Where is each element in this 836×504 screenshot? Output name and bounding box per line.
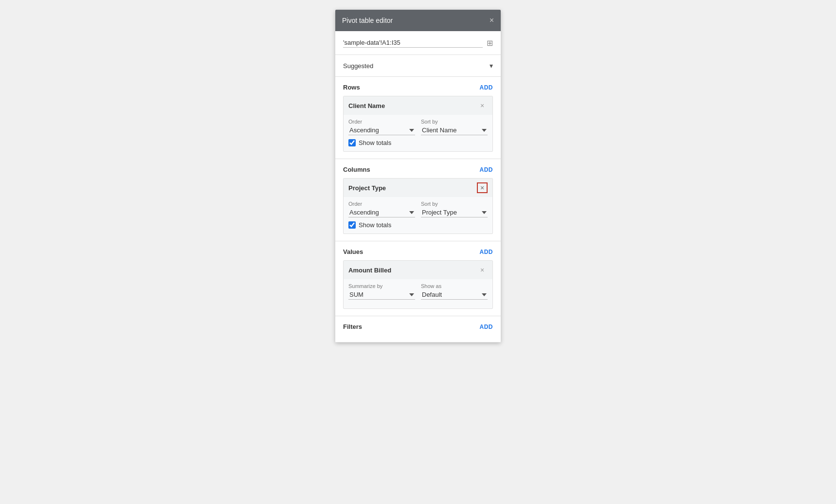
filters-section: Filters ADD (335, 316, 501, 342)
panel-close-button[interactable]: × (490, 17, 494, 24)
columns-order-label: Order (348, 201, 415, 207)
columns-sortby-label: Sort by (421, 201, 488, 207)
values-summarize-select[interactable]: SUM AVERAGE COUNT MAX MIN (348, 290, 415, 300)
values-field-card: Amount Billed × Summarize by SUM AVERAGE… (343, 260, 493, 309)
columns-field-title: Project Type (348, 184, 386, 192)
values-section-header: Values ADD (343, 248, 493, 255)
values-field-card-body: Summarize by SUM AVERAGE COUNT MAX MIN S… (344, 279, 492, 308)
values-showas-select[interactable]: Default % of row % of column % of grand … (421, 290, 488, 300)
values-section: Values ADD Amount Billed × Summarize by … (335, 241, 501, 316)
rows-field-close-button[interactable]: × (477, 100, 488, 111)
values-summarize-label: Summarize by (348, 283, 415, 289)
columns-section: Columns ADD Project Type × Order Ascendi… (335, 159, 501, 241)
values-field-close-button[interactable]: × (477, 265, 488, 275)
filters-add-button[interactable]: ADD (480, 324, 493, 330)
columns-field-card-body: Order Ascending Descending Sort by Proje… (344, 197, 492, 234)
rows-field-card-header: Client Name × (344, 96, 492, 115)
columns-show-totals-checkbox[interactable] (348, 221, 356, 229)
rows-order-group: Order Ascending Descending (348, 119, 415, 135)
rows-field-card: Client Name × Order Ascending Descending… (343, 96, 493, 152)
columns-field-card: Project Type × Order Ascending Descendin… (343, 178, 493, 234)
rows-section: Rows ADD Client Name × Order Ascending D… (335, 77, 501, 159)
suggested-row[interactable]: Suggested ▾ (335, 55, 501, 77)
rows-sortby-label: Sort by (421, 119, 488, 125)
filters-section-header: Filters ADD (343, 323, 493, 330)
columns-show-totals-label: Show totals (359, 221, 391, 229)
values-section-title: Values (343, 248, 363, 255)
columns-field-card-header: Project Type × (344, 179, 492, 197)
columns-field-close-button[interactable]: × (477, 182, 488, 193)
rows-section-title: Rows (343, 84, 360, 91)
columns-show-totals-row: Show totals (348, 221, 488, 229)
panel-title: Pivot table editor (342, 17, 393, 24)
suggested-label: Suggested (343, 62, 373, 70)
columns-field-controls-row: Order Ascending Descending Sort by Proje… (348, 201, 488, 217)
data-range-row: ⊞ (335, 31, 501, 55)
rows-order-label: Order (348, 119, 415, 125)
values-field-controls-row: Summarize by SUM AVERAGE COUNT MAX MIN S… (348, 283, 488, 300)
rows-section-header: Rows ADD (343, 84, 493, 91)
filters-section-title: Filters (343, 323, 362, 330)
rows-add-button[interactable]: ADD (480, 84, 493, 91)
rows-show-totals-checkbox[interactable] (348, 139, 356, 146)
values-showas-group: Show as Default % of row % of column % o… (421, 283, 488, 300)
panel-header: Pivot table editor × (335, 10, 501, 31)
grid-icon[interactable]: ⊞ (487, 38, 493, 48)
rows-field-title: Client Name (348, 102, 385, 109)
values-showas-label: Show as (421, 283, 488, 289)
values-add-button[interactable]: ADD (480, 249, 493, 255)
rows-sortby-select[interactable]: Client Name (421, 126, 488, 135)
columns-order-select[interactable]: Ascending Descending (348, 208, 415, 217)
columns-sortby-group: Sort by Project Type (421, 201, 488, 217)
values-field-title: Amount Billed (348, 267, 391, 274)
values-summarize-group: Summarize by SUM AVERAGE COUNT MAX MIN (348, 283, 415, 300)
rows-show-totals-label: Show totals (359, 139, 391, 146)
rows-show-totals-row: Show totals (348, 139, 488, 146)
columns-sortby-select[interactable]: Project Type (421, 208, 488, 217)
data-range-input[interactable] (343, 38, 483, 48)
rows-field-controls-row: Order Ascending Descending Sort by Clien… (348, 119, 488, 135)
chevron-down-icon: ▾ (490, 62, 493, 70)
columns-section-header: Columns ADD (343, 166, 493, 173)
rows-sortby-group: Sort by Client Name (421, 119, 488, 135)
values-field-card-header: Amount Billed × (344, 261, 492, 279)
columns-section-title: Columns (343, 166, 370, 173)
pivot-table-editor-panel: Pivot table editor × ⊞ Suggested ▾ Rows … (335, 10, 501, 342)
rows-field-card-body: Order Ascending Descending Sort by Clien… (344, 115, 492, 151)
columns-add-button[interactable]: ADD (480, 166, 493, 173)
rows-order-select[interactable]: Ascending Descending (348, 126, 415, 135)
columns-order-group: Order Ascending Descending (348, 201, 415, 217)
